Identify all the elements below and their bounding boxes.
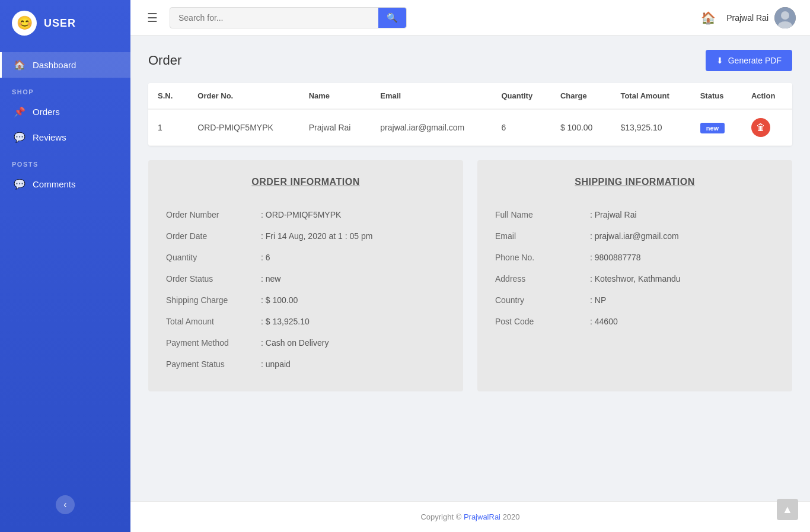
cell-sn: 1 xyxy=(148,109,188,146)
sidebar: 😊 USER 🏠 Dashboard SHOP 📌 Orders 💬 Revie… xyxy=(0,0,130,532)
status-badge: new xyxy=(700,123,725,133)
info-value: : NP xyxy=(590,295,606,305)
info-panels: ORDER INFORMATION Order Number: ORD-PMIQ… xyxy=(148,160,792,391)
info-row: Full Name: Prajwal Rai xyxy=(495,204,774,225)
avatar xyxy=(774,7,796,28)
info-row: Email: prajwal.iar@gmail.com xyxy=(495,225,774,247)
col-name: Name xyxy=(299,83,371,109)
info-label: Payment Status xyxy=(166,359,261,369)
info-value: : Koteshwor, Kathmandu xyxy=(590,274,681,283)
footer-text: Copyright © xyxy=(420,512,463,521)
info-label: Shipping Charge xyxy=(166,295,261,305)
sidebar-section-shop: SHOP xyxy=(0,78,130,99)
sidebar-nav: 🏠 Dashboard SHOP 📌 Orders 💬 Reviews POST… xyxy=(0,46,130,483)
info-label: Payment Method xyxy=(166,338,261,348)
col-sn: S.N. xyxy=(148,83,188,109)
cell-email: prajwal.iar@gmail.com xyxy=(371,109,492,146)
orders-table-container: S.N. Order No. Name Email Quantity Charg… xyxy=(148,83,792,146)
collapse-button[interactable]: ‹ xyxy=(56,495,75,514)
sidebar-item-reviews[interactable]: 💬 Reviews xyxy=(0,125,130,150)
user-name: Prajwal Rai xyxy=(726,13,768,23)
info-row: Post Code: 44600 xyxy=(495,311,774,332)
info-label: Order Number xyxy=(166,210,261,219)
info-label: Country xyxy=(495,295,590,305)
info-row: Phone No.: 9800887778 xyxy=(495,247,774,268)
info-row: Quantity: 6 xyxy=(166,247,445,268)
info-value: : Cash on Delivery xyxy=(261,338,329,348)
info-value: : ORD-PMIQF5MYPK xyxy=(261,210,341,219)
info-label: Post Code xyxy=(495,317,590,326)
info-row: Address: Koteshwor, Kathmandu xyxy=(495,268,774,289)
user-profile[interactable]: Prajwal Rai xyxy=(726,7,796,28)
cell-status: new xyxy=(691,109,742,146)
info-row: Payment Method: Cash on Delivery xyxy=(166,332,445,353)
info-row: Order Status: new xyxy=(166,268,445,289)
search-icon: 🔍 xyxy=(387,12,398,23)
search-input[interactable] xyxy=(170,8,378,27)
sidebar-item-comments[interactable]: 💬 Comments xyxy=(0,171,130,197)
info-label: Email xyxy=(495,231,590,241)
sidebar-logo: 😊 USER xyxy=(0,0,130,46)
search-bar: 🔍 xyxy=(170,7,407,28)
col-action: Action xyxy=(742,83,792,109)
header: ☰ 🔍 🏠 Prajwal Rai xyxy=(130,0,810,36)
shipping-info-fields: Full Name: Prajwal RaiEmail: prajwal.iar… xyxy=(495,204,774,332)
home-icon[interactable]: 🏠 xyxy=(701,11,716,25)
info-row: Country: NP xyxy=(495,289,774,311)
info-value: : 6 xyxy=(261,253,270,262)
scroll-top-button[interactable]: ▲ xyxy=(777,499,798,520)
col-email: Email xyxy=(371,83,492,109)
download-icon: ⬇ xyxy=(716,56,723,65)
sidebar-section-posts: POSTS xyxy=(0,150,130,171)
cell-total-amount: $13,925.10 xyxy=(611,109,690,146)
comments-icon: 💬 xyxy=(14,179,25,190)
footer-link[interactable]: PrajwalRai xyxy=(464,512,500,521)
cell-quantity: 6 xyxy=(492,109,550,146)
info-value: : 44600 xyxy=(590,317,618,326)
sidebar-item-orders[interactable]: 📌 Orders xyxy=(0,99,130,125)
svg-point-1 xyxy=(781,11,789,20)
info-row: Order Date: Fri 14 Aug, 2020 at 1 : 05 p… xyxy=(166,225,445,247)
info-label: Total Amount xyxy=(166,317,261,326)
order-info-title: ORDER INFORMATION xyxy=(166,177,445,187)
hamburger-button[interactable]: ☰ xyxy=(145,8,160,27)
info-label: Phone No. xyxy=(495,253,590,262)
logo-icon: 😊 xyxy=(12,11,37,36)
order-information-panel: ORDER INFORMATION Order Number: ORD-PMIQ… xyxy=(148,160,463,391)
delete-button[interactable]: 🗑 xyxy=(751,118,770,137)
sidebar-item-dashboard[interactable]: 🏠 Dashboard xyxy=(0,52,130,78)
info-label: Order Status xyxy=(166,274,261,283)
cell-charge: $ 100.00 xyxy=(551,109,611,146)
cell-name: Prajwal Rai xyxy=(299,109,371,146)
footer: Copyright © PrajwalRai 2020 xyxy=(130,501,810,532)
info-value: : new xyxy=(261,274,280,283)
sidebar-item-label: Orders xyxy=(33,107,60,117)
info-label: Quantity xyxy=(166,253,261,262)
generate-pdf-label: Generate PDF xyxy=(728,56,782,65)
info-row: Payment Status: unpaid xyxy=(166,353,445,375)
col-status: Status xyxy=(691,83,742,109)
cell-action: 🗑 xyxy=(742,109,792,146)
info-value: : $ 13,925.10 xyxy=(261,317,310,326)
sidebar-item-label: Comments xyxy=(33,179,76,189)
table-header-row: S.N. Order No. Name Email Quantity Charg… xyxy=(148,83,792,109)
generate-pdf-button[interactable]: ⬇ Generate PDF xyxy=(706,50,792,71)
cell-order-no: ORD-PMIQF5MYPK xyxy=(188,109,299,146)
sidebar-item-label: Reviews xyxy=(33,132,66,142)
page-title: Order xyxy=(148,53,181,68)
sidebar-item-label: Dashboard xyxy=(33,60,76,70)
col-charge: Charge xyxy=(551,83,611,109)
info-value: : unpaid xyxy=(261,359,291,369)
sidebar-collapse-area: ‹ xyxy=(0,483,130,532)
dashboard-icon: 🏠 xyxy=(14,59,25,71)
main-content: ☰ 🔍 🏠 Prajwal Rai Ord xyxy=(130,0,810,532)
info-label: Full Name xyxy=(495,210,590,219)
info-value: : Prajwal Rai xyxy=(590,210,637,219)
footer-year: 2020 xyxy=(500,512,520,521)
info-label: Address xyxy=(495,274,590,283)
shipping-information-panel: SHIPPING INFORMATION Full Name: Prajwal … xyxy=(477,160,792,391)
order-info-fields: Order Number: ORD-PMIQF5MYPKOrder Date: … xyxy=(166,204,445,375)
info-value: : $ 100.00 xyxy=(261,295,298,305)
info-label: Order Date xyxy=(166,231,261,241)
search-button[interactable]: 🔍 xyxy=(378,8,406,28)
